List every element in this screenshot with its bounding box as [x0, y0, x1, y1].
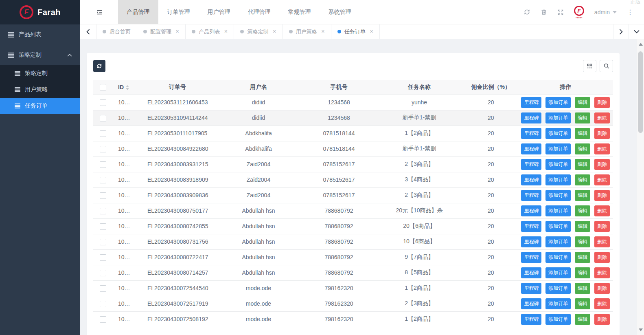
scrollbar-down-arrow[interactable]: [639, 328, 643, 331]
row-checkbox[interactable]: [100, 208, 106, 214]
tab-item[interactable]: 策略定制 ✕: [234, 24, 283, 39]
tabs-scroll-right-button[interactable]: [613, 24, 629, 39]
edit-button[interactable]: 编辑: [575, 283, 590, 294]
tab-close-icon[interactable]: ✕: [175, 29, 179, 34]
edit-button[interactable]: 编辑: [575, 298, 590, 309]
select-all-checkbox[interactable]: [100, 84, 106, 90]
more-options-icon[interactable]: ⋮: [627, 8, 633, 16]
refresh-icon[interactable]: [524, 9, 530, 15]
row-checkbox[interactable]: [100, 130, 106, 137]
milestone-button[interactable]: 里程碑: [521, 283, 541, 294]
delete-button[interactable]: 删除: [594, 205, 610, 216]
add-order-button[interactable]: 添加订单: [545, 159, 571, 170]
page-scrollbar[interactable]: [637, 39, 644, 335]
milestone-button[interactable]: 里程碑: [521, 190, 541, 201]
row-checkbox[interactable]: [100, 285, 106, 292]
sidebar-item-strategy-group[interactable]: 策略定制: [0, 45, 80, 65]
row-checkbox[interactable]: [100, 254, 106, 261]
edit-button[interactable]: 编辑: [575, 128, 590, 139]
tab-item[interactable]: 任务订单 ✕: [331, 24, 380, 39]
delete-button[interactable]: 删除: [594, 190, 610, 201]
milestone-button[interactable]: 里程碑: [521, 128, 541, 139]
milestone-button[interactable]: 里程碑: [521, 267, 541, 278]
edit-button[interactable]: 编辑: [575, 267, 590, 278]
user-avatar[interactable]: F Farah: [574, 6, 584, 19]
delete-button[interactable]: 删除: [594, 143, 610, 154]
add-order-button[interactable]: 添加订单: [545, 174, 571, 185]
delete-button[interactable]: 删除: [594, 112, 610, 123]
milestone-button[interactable]: 里程碑: [521, 314, 541, 325]
edit-button[interactable]: 编辑: [575, 174, 590, 185]
row-checkbox[interactable]: [100, 192, 106, 199]
edit-button[interactable]: 编辑: [575, 159, 590, 170]
tab-close-icon[interactable]: ✕: [370, 29, 373, 34]
edit-button[interactable]: 编辑: [575, 236, 590, 247]
edit-button[interactable]: 编辑: [575, 205, 590, 216]
topnav-item[interactable]: 系统管理: [320, 0, 360, 24]
add-order-button[interactable]: 添加订单: [545, 128, 571, 139]
row-checkbox[interactable]: [100, 239, 106, 245]
row-checkbox[interactable]: [100, 270, 106, 276]
edit-button[interactable]: 编辑: [575, 252, 590, 263]
add-order-button[interactable]: 添加订单: [545, 267, 571, 278]
milestone-button[interactable]: 里程碑: [521, 236, 541, 247]
tab-item[interactable]: 产品列表 ✕: [186, 24, 234, 39]
scrollbar-thumb[interactable]: [638, 51, 643, 133]
add-order-button[interactable]: 添加订单: [545, 236, 571, 247]
add-order-button[interactable]: 添加订单: [545, 252, 571, 263]
sidebar-item-product-list[interactable]: 产品列表: [0, 24, 80, 45]
milestone-button[interactable]: 里程碑: [521, 159, 541, 170]
topnav-item[interactable]: 产品管理: [118, 0, 158, 24]
tab-item[interactable]: 配置管理 ✕: [137, 24, 186, 39]
delete-button[interactable]: 删除: [594, 221, 610, 232]
add-order-button[interactable]: 添加订单: [545, 283, 571, 294]
edit-button[interactable]: 编辑: [575, 143, 590, 154]
row-checkbox[interactable]: [100, 223, 106, 230]
edit-button[interactable]: 编辑: [575, 97, 590, 108]
sort-icon[interactable]: [126, 85, 129, 90]
delete-button[interactable]: 删除: [594, 314, 610, 325]
scrollbar-up-arrow[interactable]: [639, 43, 643, 46]
add-order-button[interactable]: 添加订单: [545, 112, 571, 123]
milestone-button[interactable]: 里程碑: [521, 252, 541, 263]
row-checkbox[interactable]: [100, 146, 106, 152]
edit-button[interactable]: 编辑: [575, 112, 590, 123]
delete-button[interactable]: 删除: [594, 236, 610, 247]
add-order-button[interactable]: 添加订单: [545, 190, 571, 201]
topnav-item[interactable]: 用户管理: [199, 0, 239, 24]
trash-icon[interactable]: [541, 9, 547, 15]
milestone-button[interactable]: 里程碑: [521, 205, 541, 216]
delete-button[interactable]: 删除: [594, 283, 610, 294]
delete-button[interactable]: 删除: [594, 128, 610, 139]
edit-button[interactable]: 编辑: [575, 190, 590, 201]
row-checkbox[interactable]: [100, 161, 106, 168]
row-checkbox[interactable]: [100, 177, 106, 183]
topnav-item[interactable]: 订单管理: [158, 0, 199, 24]
tabs-scroll-left-button[interactable]: [80, 24, 96, 39]
user-dropdown[interactable]: admin: [594, 9, 617, 15]
topnav-item[interactable]: 代理管理: [239, 0, 279, 24]
milestone-button[interactable]: 里程碑: [521, 298, 541, 309]
delete-button[interactable]: 删除: [594, 159, 610, 170]
add-order-button[interactable]: 添加订单: [545, 298, 571, 309]
edit-button[interactable]: 编辑: [575, 221, 590, 232]
milestone-button[interactable]: 里程碑: [521, 143, 541, 154]
tab-item[interactable]: 后台首页 ✕: [96, 24, 137, 39]
columns-toggle-button[interactable]: [583, 60, 596, 72]
row-checkbox[interactable]: [100, 316, 106, 323]
row-checkbox[interactable]: [100, 115, 106, 121]
tab-close-icon[interactable]: ✕: [224, 29, 228, 34]
sidebar-subitem[interactable]: 任务订单: [0, 98, 80, 114]
delete-button[interactable]: 删除: [594, 174, 610, 185]
add-order-button[interactable]: 添加订单: [545, 97, 571, 108]
delete-button[interactable]: 删除: [594, 252, 610, 263]
table-refresh-button[interactable]: [93, 60, 105, 72]
delete-button[interactable]: 删除: [594, 298, 610, 309]
add-order-button[interactable]: 添加订单: [545, 205, 571, 216]
topnav-item[interactable]: 常规管理: [279, 0, 320, 24]
delete-button[interactable]: 删除: [594, 97, 610, 108]
sidebar-subitem[interactable]: 用户策略: [0, 82, 80, 98]
milestone-button[interactable]: 里程碑: [521, 112, 541, 123]
tab-close-icon[interactable]: ✕: [272, 29, 276, 34]
row-checkbox[interactable]: [100, 99, 106, 106]
